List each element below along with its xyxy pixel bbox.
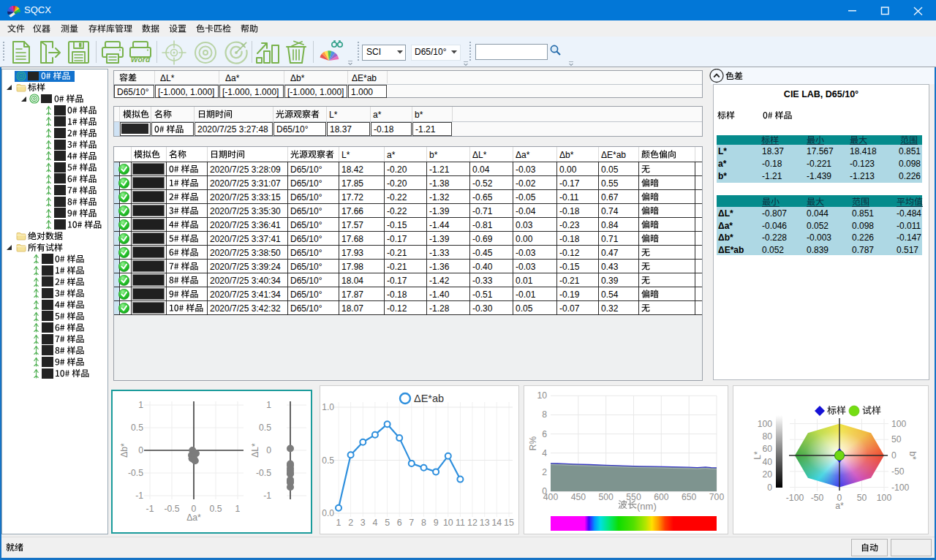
svg-text:0.0: 0.0: [322, 508, 334, 518]
svg-text:2: 2: [542, 467, 547, 477]
svg-text:1: 1: [336, 518, 341, 528]
svg-text:450: 450: [571, 492, 586, 502]
svg-text:b*: b*: [907, 451, 918, 460]
svg-text:10: 10: [537, 390, 547, 401]
svg-text:40: 40: [762, 457, 772, 467]
svg-text:Word: Word: [131, 55, 151, 64]
svg-text:700: 700: [709, 492, 725, 502]
svg-text:0: 0: [767, 483, 772, 493]
svg-text:-1: -1: [135, 491, 143, 501]
svg-text:1.0: 1.0: [322, 402, 334, 412]
svg-text:0.5: 0.5: [259, 423, 271, 433]
svg-text:-0.5: -0.5: [256, 468, 271, 478]
svg-text:-0.5: -0.5: [128, 468, 143, 478]
svg-text:8: 8: [542, 409, 547, 420]
svg-text:6: 6: [542, 429, 547, 439]
svg-text:-1: -1: [146, 504, 154, 514]
svg-text:11: 11: [456, 518, 465, 528]
svg-text:500: 500: [599, 492, 614, 502]
svg-text:15: 15: [504, 518, 514, 528]
svg-text:80: 80: [762, 431, 772, 442]
svg-text:12: 12: [467, 518, 478, 528]
svg-text:0.5: 0.5: [131, 423, 143, 433]
svg-text:20: 20: [762, 469, 772, 480]
svg-text:L*: L*: [752, 451, 763, 460]
svg-text:14: 14: [491, 518, 502, 528]
svg-text:Δb*: Δb*: [119, 443, 129, 458]
svg-text:R%: R%: [528, 436, 538, 451]
svg-text:8: 8: [421, 518, 426, 528]
svg-text:9: 9: [434, 518, 439, 528]
svg-text:0.5: 0.5: [210, 504, 222, 514]
svg-text:1: 1: [235, 504, 241, 514]
svg-text:4: 4: [372, 518, 377, 528]
svg-text:a*: a*: [835, 501, 844, 511]
svg-text:ΔL*: ΔL*: [250, 443, 260, 458]
svg-text:3: 3: [361, 518, 366, 528]
svg-text:100: 100: [758, 419, 773, 429]
svg-text:1: 1: [138, 400, 143, 410]
svg-text:2: 2: [348, 518, 353, 528]
svg-text:-1: -1: [263, 491, 271, 501]
svg-text:Δa*: Δa*: [186, 512, 201, 523]
svg-text:0: 0: [266, 445, 271, 455]
svg-text:0: 0: [138, 445, 143, 455]
svg-text:60: 60: [762, 444, 772, 454]
svg-text:6: 6: [397, 518, 402, 528]
svg-text:5: 5: [385, 518, 390, 528]
svg-text:1: 1: [266, 400, 271, 410]
svg-text:0.5: 0.5: [322, 455, 334, 466]
svg-text:ΔE*ab: ΔE*ab: [414, 393, 444, 404]
svg-text:13: 13: [480, 518, 490, 528]
svg-text:-0.5: -0.5: [164, 504, 179, 514]
svg-text:7: 7: [409, 518, 414, 528]
svg-text:4: 4: [542, 448, 547, 458]
svg-text:650: 650: [682, 492, 697, 502]
svg-text:10: 10: [443, 518, 453, 528]
svg-text:400: 400: [543, 492, 559, 502]
